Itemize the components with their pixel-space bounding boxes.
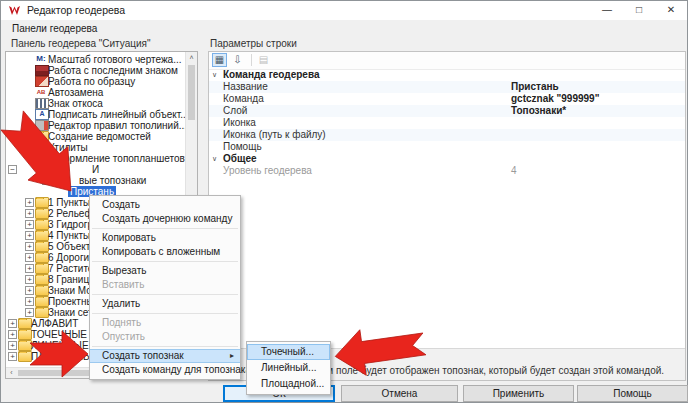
- context-menu-item-label: Создать топознак: [102, 350, 184, 361]
- geotree-editor-window: Редактор геодерева —□✕ Панели геодерева …: [0, 0, 688, 403]
- expand-expander-icon[interactable]: +: [8, 341, 17, 350]
- expand-expander-icon[interactable]: +: [25, 297, 34, 306]
- context-menu-item-label: Создать дочернюю команду: [102, 213, 232, 224]
- context-menu-item-label: Вырезать: [102, 265, 146, 276]
- expand-expander-icon[interactable]: +: [25, 231, 34, 240]
- context-menu-item[interactable]: Вырезать: [90, 264, 240, 278]
- close-button[interactable]: ✕: [655, 1, 687, 20]
- chevron-down-icon[interactable]: ∨: [212, 69, 217, 81]
- window-title: Редактор геодерева: [27, 4, 125, 16]
- tree-item[interactable]: +Утилиты: [6, 142, 185, 153]
- property-category-row[interactable]: ∨Общее: [209, 153, 685, 165]
- property-row[interactable]: Иконка (путь к файлу): [209, 129, 685, 141]
- property-label: Слой: [223, 105, 247, 117]
- property-value[interactable]: Пристань: [511, 81, 559, 93]
- expand-expander-icon[interactable]: +: [8, 352, 17, 361]
- app-logo-icon: [8, 4, 21, 17]
- expand-expander-icon[interactable]: +: [25, 132, 34, 141]
- context-menu-item[interactable]: Опустить: [90, 330, 240, 344]
- apply-button[interactable]: Применить: [463, 385, 574, 402]
- property-row[interactable]: Иконка: [209, 117, 685, 129]
- tree-item[interactable]: AПодписать линейный объект...: [6, 109, 185, 120]
- collapse-expander-icon[interactable]: −: [42, 176, 51, 185]
- submenu-item[interactable]: Площадной...: [247, 376, 330, 392]
- last-sign-icon: [35, 65, 49, 76]
- scroll-up-icon[interactable]: ˄: [186, 53, 197, 63]
- context-menu-item-label: Вставить: [102, 279, 144, 290]
- sort-alphabetical-icon[interactable]: ⇩: [230, 53, 245, 67]
- menu-panels[interactable]: Панели геодерева: [7, 21, 102, 36]
- tree-item[interactable]: Знак откоса: [6, 98, 185, 109]
- expand-expander-icon[interactable]: +: [25, 275, 34, 284]
- property-row[interactable]: Уровень геодерева4: [209, 165, 685, 177]
- property-category-row[interactable]: ∨Команда геодерева: [209, 69, 685, 81]
- context-menu-item[interactable]: Вставить: [90, 278, 240, 292]
- help-button[interactable]: Помощь: [577, 385, 688, 402]
- submenu-item[interactable]: Линейный...: [247, 360, 330, 376]
- chevron-down-icon[interactable]: ∨: [212, 153, 217, 165]
- minimize-button[interactable]: —: [591, 1, 623, 20]
- context-menu-item[interactable]: Создать команду для топознака...: [90, 363, 240, 377]
- context-menu-item[interactable]: Создать: [90, 198, 240, 212]
- tree-item[interactable]: Оформление топопланшетов: [6, 153, 185, 164]
- tree-item-label: 1 Пункты: [48, 197, 90, 208]
- property-value[interactable]: gctcznak "999999": [511, 93, 599, 105]
- cancel-button[interactable]: Отмена: [341, 385, 458, 402]
- context-menu-item[interactable]: Копировать: [90, 231, 240, 245]
- expand-expander-icon[interactable]: +: [25, 242, 34, 251]
- horizontal-scroll-thumb[interactable]: [18, 370, 93, 376]
- property-pages-icon[interactable]: ▤: [256, 53, 271, 67]
- row-parameters-label: Параметры строки: [210, 38, 297, 49]
- property-value[interactable]: 4: [511, 165, 517, 177]
- property-value[interactable]: Топознаки*: [511, 105, 566, 117]
- tree-item[interactable]: М:Масштаб готового чертежа...: [6, 54, 185, 65]
- expand-expander-icon[interactable]: +: [8, 319, 17, 328]
- expand-expander-icon[interactable]: +: [25, 253, 34, 262]
- menu-separator: [92, 261, 238, 262]
- collapse-expander-icon[interactable]: −: [8, 165, 17, 174]
- tree-item-label: Знаки сет: [48, 307, 93, 318]
- property-row[interactable]: НазваниеПристань: [209, 81, 685, 93]
- context-menu-item[interactable]: Копировать с вложенным: [90, 245, 240, 259]
- tree-item[interactable]: Работа по образцу: [6, 76, 185, 87]
- vertical-scroll-thumb[interactable]: [188, 65, 195, 120]
- scroll-left-icon[interactable]: ‹: [6, 368, 17, 377]
- folder-icon: [35, 142, 49, 153]
- property-label: Уровень геодерева: [223, 165, 312, 177]
- folder-icon: [35, 219, 49, 230]
- menu-bar: Панели геодерева: [1, 20, 687, 37]
- folder-icon: [35, 241, 49, 252]
- expand-expander-icon[interactable]: +: [25, 198, 34, 207]
- tree-item[interactable]: +Создание ведомостей: [6, 131, 185, 142]
- folder-icon: [35, 131, 49, 142]
- expand-expander-icon[interactable]: +: [25, 264, 34, 273]
- scale-icon: М:: [35, 54, 47, 64]
- tree-item[interactable]: −И: [6, 164, 185, 175]
- context-menu-item[interactable]: Создать дочернюю команду: [90, 212, 240, 226]
- context-menu-item[interactable]: Поднять: [90, 316, 240, 330]
- tree-item[interactable]: Редактор правил тополиний...: [6, 120, 185, 131]
- expand-expander-icon[interactable]: +: [25, 286, 34, 295]
- sample-icon: [35, 76, 49, 87]
- context-menu-item[interactable]: Создать топознак▸: [90, 349, 240, 363]
- tree-item-label: Знаки Мо: [48, 285, 92, 296]
- tree-item[interactable]: Работа с последним знаком: [6, 65, 185, 76]
- submenu-item[interactable]: Точечный...: [247, 344, 330, 360]
- expand-expander-icon[interactable]: +: [25, 209, 34, 218]
- expand-expander-icon[interactable]: +: [8, 330, 17, 339]
- context-menu-item[interactable]: Удалить: [90, 297, 240, 311]
- folder-icon: [35, 197, 49, 208]
- expand-expander-icon[interactable]: +: [25, 308, 34, 317]
- context-menu-item-label: Создать команду для топознака...: [102, 364, 259, 375]
- tree-item[interactable]: АВАвтозамена: [6, 87, 185, 98]
- tree-item-label: ТОЧЕЧНЫЕ: [31, 329, 87, 340]
- expand-expander-icon[interactable]: +: [25, 143, 34, 152]
- context-menu-item-label: Копировать: [102, 232, 156, 243]
- tree-item[interactable]: −вые топознаки: [6, 175, 185, 186]
- maximize-button[interactable]: □: [623, 1, 655, 20]
- property-row[interactable]: СлойТопознаки*: [209, 105, 685, 117]
- expand-expander-icon[interactable]: +: [25, 220, 34, 229]
- categorized-view-icon[interactable]: ▦: [212, 53, 227, 67]
- property-row[interactable]: Командаgctcznak "999999": [209, 93, 685, 105]
- property-row[interactable]: Помощь: [209, 141, 685, 153]
